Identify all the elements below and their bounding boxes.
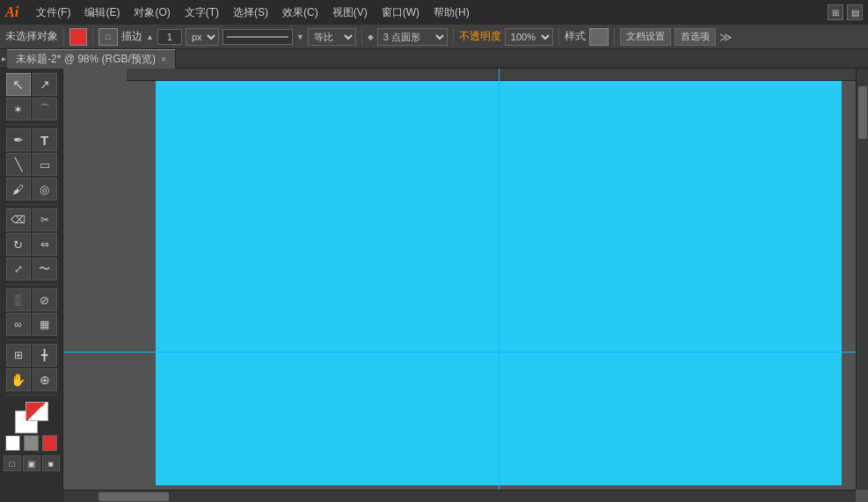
divider-3 (361, 28, 362, 46)
screen-mode-2[interactable]: ▣ (23, 455, 40, 471)
ratio-select[interactable]: 等比 (308, 28, 356, 46)
tool-row-gradient: ░ ⊘ (0, 287, 62, 312)
menu-edit[interactable]: 编辑(E) (77, 4, 127, 22)
stroke-unit-select[interactable]: px pt (186, 28, 219, 46)
ruler-top (127, 69, 868, 81)
swap-colors-btn[interactable] (42, 435, 57, 451)
default-colors-btn[interactable] (5, 435, 20, 451)
blend-btn[interactable]: ∞ (6, 313, 31, 336)
scrollbar-horizontal[interactable] (63, 490, 856, 502)
app-logo: Ai (5, 4, 18, 20)
active-tab[interactable]: 未标题-2* @ 98% (RGB/预览) × (7, 49, 176, 69)
tool-row-select: ↖ ↗ (0, 72, 62, 97)
tool-row-scale: ⤢ 〜 (0, 257, 62, 281)
vertical-guide-extended (499, 69, 500, 502)
tool-row-rotate: ↻ ⇔ (0, 232, 62, 257)
menu-help[interactable]: 帮助(H) (427, 4, 477, 22)
divider-6 (614, 28, 615, 46)
tab-bar: ▸ 未标题-2* @ 98% (RGB/预览) × (0, 49, 868, 69)
divider-1 (63, 28, 64, 46)
chart-btn[interactable]: ▦ (33, 313, 57, 336)
blob-brush-btn[interactable]: ◎ (33, 178, 57, 200)
hand-btn[interactable]: ✋ (6, 368, 31, 391)
gradient-btn[interactable]: ░ (6, 288, 31, 311)
canvas-area[interactable] (63, 69, 868, 502)
gradient-row (5, 435, 57, 451)
divider-4 (453, 28, 454, 46)
divider-5 (558, 28, 559, 46)
line-tool-btn[interactable]: ╲ (6, 153, 31, 176)
brush-tool-btn[interactable]: 🖌 (6, 178, 31, 200)
stroke-box[interactable]: □ (98, 28, 118, 46)
scrollbar-thumb-v[interactable] (858, 86, 867, 139)
text-tool-btn[interactable]: T (33, 128, 57, 151)
line-style-preview[interactable] (222, 29, 293, 45)
scissors-btn[interactable]: ✂ (33, 208, 57, 231)
rect-tool-btn[interactable]: ▭ (33, 153, 57, 176)
screen-mode-row: □ ▣ ■ (0, 455, 62, 471)
rotate-btn[interactable]: ↻ (6, 233, 31, 256)
stroke-up-arrow[interactable]: ▲ (146, 33, 154, 41)
fill-color-swatch[interactable] (69, 28, 87, 46)
control-bar: 未选择对象 □ 描边 ▲ px pt ▼ 等比 ◆ 3 点圆形 不透明度 100… (0, 25, 868, 49)
menu-window[interactable]: 窗口(W) (375, 4, 427, 22)
slice-btn[interactable]: ╋ (33, 344, 57, 367)
style-label: 样式 (565, 29, 586, 44)
zoom-btn[interactable]: ⊕ (33, 368, 57, 391)
lasso-btn[interactable]: ⌒ (33, 98, 57, 120)
tool-row-artboard: ⊞ ╋ (0, 343, 62, 367)
color-stack[interactable] (15, 402, 48, 433)
tool-row-eraser: ⌫ ✂ (0, 207, 62, 232)
menu-object[interactable]: 对象(O) (127, 4, 177, 22)
sep-1 (5, 124, 57, 125)
tool-row-pen: ✒ T (0, 127, 62, 152)
divider-2 (92, 28, 93, 46)
eraser-btn[interactable]: ⌫ (6, 208, 31, 231)
sep-3 (5, 284, 57, 285)
sep-4 (5, 339, 57, 340)
scale-btn[interactable]: ⤢ (6, 258, 31, 280)
none-btn[interactable] (24, 435, 39, 451)
style-box[interactable] (589, 28, 609, 46)
pen-tool-btn[interactable]: ✒ (6, 128, 31, 151)
magic-wand-btn[interactable]: ✶ (6, 98, 31, 120)
opacity-select[interactable]: 100% (505, 28, 553, 46)
mirror-btn[interactable]: ⇔ (33, 233, 57, 256)
artboard-btn[interactable]: ⊞ (6, 344, 31, 367)
scrollbar-vertical[interactable] (856, 69, 868, 490)
screen-mode-1[interactable]: □ (4, 455, 21, 471)
selection-label: 未选择对象 (5, 29, 58, 44)
horizontal-guide-extended (63, 352, 868, 353)
title-buttons: ⊞ ▤ (828, 4, 863, 20)
menu-file[interactable]: 文件(F) (29, 4, 77, 22)
menu-text[interactable]: 文字(T) (178, 4, 226, 22)
title-bar: Ai 文件(F) 编辑(E) 对象(O) 文字(T) 选择(S) 效果(C) 视… (0, 0, 868, 25)
sep-2 (5, 204, 57, 205)
tab-label: 未标题-2* @ 98% (RGB/预览) (16, 52, 156, 67)
workspace-btn[interactable]: ⊞ (828, 4, 843, 20)
direct-select-tool-btn[interactable]: ↗ (33, 73, 57, 96)
menu-select[interactable]: 选择(S) (226, 4, 275, 22)
eyedropper-btn[interactable]: ⊘ (33, 288, 57, 311)
foreground-color[interactable] (26, 402, 48, 421)
main-area: ↖ ↗ ✶ ⌒ ✒ T ╲ (0, 69, 868, 502)
preferences-btn[interactable]: 首选项 (675, 28, 716, 46)
screen-mode-3[interactable]: ■ (42, 455, 60, 471)
more-options[interactable]: ≫ (719, 30, 733, 44)
line-style-arrow[interactable]: ▼ (296, 33, 304, 41)
tab-close-btn[interactable]: × (161, 55, 166, 64)
menu-view[interactable]: 视图(V) (325, 4, 375, 22)
color-swatches (0, 402, 62, 433)
tool-row-brush: 🖌 ◎ (0, 177, 62, 201)
sep-5 (5, 395, 57, 396)
points-arrow[interactable]: ◆ (368, 33, 374, 41)
points-select[interactable]: 3 点圆形 (377, 28, 448, 46)
stroke-width-input[interactable] (157, 29, 182, 45)
doc-settings-btn[interactable]: 文档设置 (620, 28, 671, 46)
warp-btn[interactable]: 〜 (33, 258, 57, 280)
tool-row-hand: ✋ ⊕ (0, 367, 62, 392)
scrollbar-thumb-h[interactable] (98, 492, 169, 501)
panel-btn[interactable]: ▤ (847, 4, 863, 20)
menu-effect[interactable]: 效果(C) (275, 4, 325, 22)
select-tool-btn[interactable]: ↖ (6, 73, 31, 96)
